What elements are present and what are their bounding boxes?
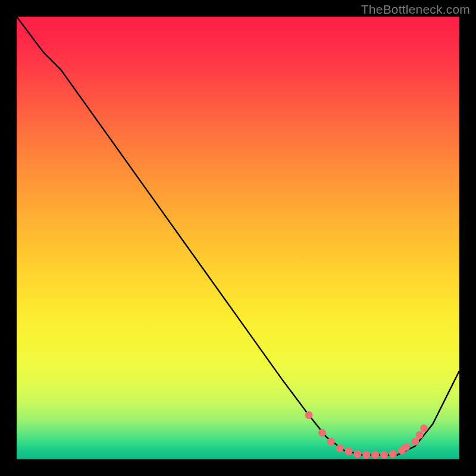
marker-point: [345, 447, 353, 455]
bottleneck-curve: [17, 17, 459, 455]
marker-point: [416, 431, 424, 439]
marker-point: [362, 451, 370, 459]
marker-point: [402, 443, 410, 451]
marker-point: [420, 424, 428, 432]
marker-point: [305, 411, 313, 419]
marker-point: [411, 438, 419, 446]
marker-point: [318, 429, 326, 437]
plot-area: [17, 17, 459, 459]
watermark-text: TheBottleneck.com: [361, 2, 470, 17]
curve-svg: [17, 17, 459, 459]
marker-point: [336, 444, 344, 452]
marker-point: [353, 450, 361, 458]
marker-point: [380, 451, 388, 459]
marker-point: [327, 438, 335, 446]
marker-point: [371, 451, 379, 459]
marker-point: [389, 450, 397, 458]
chart-frame: TheBottleneck.com: [0, 0, 476, 476]
marker-group: [305, 411, 428, 459]
